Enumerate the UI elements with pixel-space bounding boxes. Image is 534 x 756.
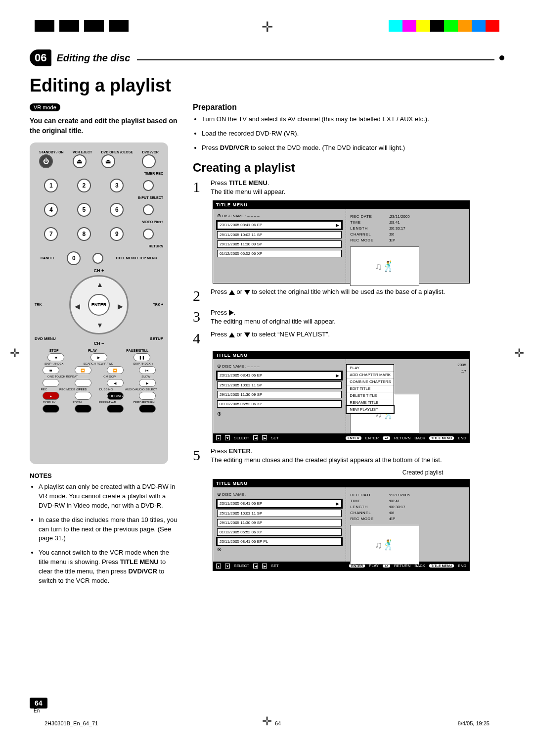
prep-item: Press DVD/VCR to select the DVD mode. (T…: [202, 143, 504, 153]
screen-footer: ▲▼SELECT ◀▶SET ENTERENTER ⮐RETURNBACK TI…: [213, 433, 469, 442]
page-title: Editing a playlist: [30, 75, 504, 96]
context-popup: PLAY ADD CHAPTER MARK COMBINE CHAPTERS E…: [346, 364, 394, 414]
page-number: 64: [30, 698, 47, 709]
down-icon: [244, 332, 250, 337]
registration-mark-left: ✛: [10, 346, 20, 360]
step-3: 3 Press .The editing menu of original ti…: [193, 308, 504, 326]
prep-item: Load the recorded DVD-RW (VR).: [202, 129, 504, 139]
note-item: You cannot switch to the VCR mode when t…: [39, 548, 178, 585]
created-playlist-label: Created playlist: [341, 469, 504, 476]
title-menu-screen-2: TITLE MENU ⦿ DISC NAME : – – – – 23/11/2…: [213, 351, 470, 443]
up-icon: [229, 290, 235, 295]
page-lang: En: [30, 708, 47, 713]
registration-mark-bottom: ✛: [262, 714, 272, 728]
chapter-header: 06 Editing the disc: [30, 49, 504, 66]
down-icon: [244, 290, 250, 295]
registration-mark-top: ✛: [262, 19, 273, 35]
intro-text: You can create and edit the playlist bas…: [30, 116, 178, 136]
doc-id: 2H30301B_En_64_71: [44, 720, 98, 726]
vr-mode-badge: VR mode: [30, 103, 60, 111]
title-menu-screen-1: TITLE MENU ⦿ DISC NAME : – – – – 23/11/2…: [213, 200, 470, 284]
chapter-number: 06: [30, 49, 51, 66]
note-item: In case the disc includes more than 10 t…: [39, 516, 178, 544]
chapter-title: Editing the disc: [56, 52, 130, 64]
doc-date: 8/4/05, 19:25: [458, 720, 490, 726]
step-1: 1 Press TITLE MENU. The title menu will …: [193, 179, 504, 196]
registration-mark-right: ✛: [514, 346, 524, 360]
step-4: 4 Press or to select “NEW PLAYLIST”.: [193, 330, 504, 347]
prep-item: Turn ON the TV and select its AV channel…: [202, 115, 504, 124]
note-item: A playlist can only be created with a DV…: [39, 482, 178, 511]
color-bars: [389, 20, 499, 32]
preparation-heading: Preparation: [193, 103, 504, 112]
page-footer: 64 En: [30, 699, 47, 713]
step-5: 5 Press ENTER. The editing menu closes a…: [193, 447, 504, 465]
notes-block: NOTES A playlist can only be created wit…: [30, 472, 178, 585]
notes-heading: NOTES: [30, 472, 178, 479]
step-2: 2 Press or to select the original title …: [193, 287, 504, 304]
title-menu-screen-3: TITLE MENU ⦿ DISC NAME : – – – – 23/11/2…: [213, 479, 470, 571]
screen-footer: ▲▼SELECT ◀▶SET ENTERPLAY ⮐RETURNBACK TIT…: [213, 562, 469, 570]
page-content: 06 Editing the disc Editing a playlist V…: [30, 49, 504, 697]
right-icon: [229, 310, 234, 316]
creating-heading: Creating a playlist: [193, 161, 504, 175]
remote-illustration: STANDBY / ON⏻ VCR EJECT⏏ DVD OPEN /CLOSE…: [30, 142, 168, 464]
preparation-block: Preparation Turn ON the TV and select it…: [193, 103, 504, 153]
doc-page: 64: [275, 720, 281, 726]
up-icon: [229, 332, 235, 337]
